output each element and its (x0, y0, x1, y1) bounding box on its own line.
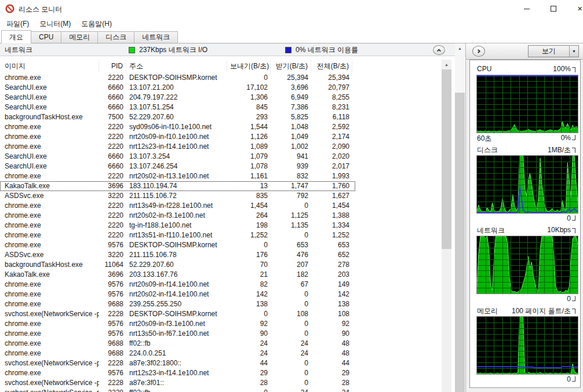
table-row[interactable]: ASDSvc.exe3220211.115.106.78176476652 (0, 250, 355, 260)
table-row[interactable]: chrome.exe2220nrt12s23-in-f14.1e100.net1… (0, 142, 355, 152)
cell-receive: 0 (271, 368, 311, 378)
cell-address: nrt13s49-in-f228.1e100.net (126, 201, 227, 211)
table-scrollbar[interactable]: ▲ (442, 60, 451, 392)
table-row[interactable]: SearchUI.exe6660204.79.197.2221,3066,949… (0, 93, 355, 102)
network-table: chrome.exe2220DESKTOP-SOIHSMP.kornet025,… (0, 73, 355, 392)
cell-receive: 1,135 (271, 221, 311, 230)
graphs-container: CPU100%60초0%디스크1MB/초0네트워크10Kbps0메모리100 페… (469, 60, 581, 388)
column-header-total[interactable]: 전체(B/초) (311, 60, 352, 73)
tab-4[interactable]: 네트워크 (134, 31, 178, 43)
cell-image: ASDSvc.exe (0, 250, 99, 260)
cell-address: a87e:3f01:: (126, 378, 227, 388)
menu-item-2[interactable]: 도움말(H) (76, 17, 117, 30)
graph-plot (476, 236, 578, 294)
table-row[interactable]: backgroundTaskHost.exe750052.229.207.602… (0, 112, 355, 122)
column-header-pid[interactable]: PID (99, 60, 126, 73)
table-row[interactable]: svchost.exe(NetworkService -p)2228a87e:3… (0, 378, 355, 388)
table-row[interactable]: SearchUI.exe666013.107.21.20017,1023,696… (0, 83, 355, 93)
cell-receive: 0 (271, 378, 311, 388)
table-row[interactable]: chrome.exe2220nrt13s49-in-f228.1e100.net… (0, 201, 355, 211)
cell-image: SearchUI.exe (0, 83, 99, 93)
view-split-button[interactable]: 보기 ▼ (528, 45, 579, 57)
table-row[interactable]: chrome.exe2220nrt20s02-in-f13.1e100.net1… (0, 171, 355, 181)
cell-total: 1,334 (311, 221, 352, 230)
table-row[interactable]: KakaoTalk.exe3696203.133.167.7621182203 (0, 270, 355, 280)
table-row[interactable]: chrome.exe9688ff02::fb242448 (0, 339, 355, 349)
cell-image: SearchUI.exe (0, 102, 99, 112)
cell-pid: 11064 (99, 260, 126, 270)
table-row[interactable]: svchost.exe(NetworkService -p)2228ff02::… (0, 388, 355, 392)
tab-3[interactable]: 디스크 (97, 31, 134, 43)
column-header-receive[interactable]: 받기(B/초) (271, 60, 311, 73)
column-header-address[interactable]: 주소 (126, 60, 227, 73)
menu-item-0[interactable]: 파일(F) (1, 17, 34, 30)
pane-scrollbar[interactable]: ▲ (455, 43, 465, 392)
cell-total: 25,394 (311, 73, 352, 83)
cell-send: 138 (227, 299, 271, 309)
maximize-icon (551, 6, 556, 12)
cell-send: 28 (227, 378, 271, 388)
legend-network-utilization: 0% 네트워크 이용률 (285, 44, 358, 56)
expand-panel-button[interactable] (472, 46, 485, 57)
cell-receive: 0 (271, 230, 311, 240)
table-row[interactable]: chrome.exe9576nrt20s09-in-f14.1e100.net8… (0, 280, 355, 290)
scroll-up-icon[interactable]: ▲ (442, 60, 451, 69)
table-row[interactable]: KakaoTalk.exe3696183.110.194.74131,7471,… (0, 181, 355, 191)
tab-1[interactable]: CPU (31, 31, 61, 43)
table-scrollbar-thumb[interactable] (442, 69, 451, 249)
table-row[interactable]: svchost.exe(NetworkService -p)2228DESKTO… (0, 309, 355, 319)
table-row[interactable]: ASDSvc.exe3220211.115.106.728357921,627 (0, 191, 355, 201)
view-button-label[interactable]: 보기 (528, 45, 570, 57)
scroll-up-icon[interactable]: ▲ (455, 43, 465, 53)
table-row[interactable]: chrome.exe2220syd09s06-in-f10.1e100.net1… (0, 122, 355, 132)
table-row[interactable]: SearchUI.exe666013.107.51.2548457,3868,2… (0, 102, 355, 112)
cell-receive: 832 (271, 171, 311, 181)
table-row[interactable]: chrome.exe2220nrt20s09-in-f10.1e100.net1… (0, 132, 355, 142)
table-row[interactable]: chrome.exe2220tg-in-f188.1e100.net1981,1… (0, 221, 355, 230)
column-header-send[interactable]: 보내기(B/초) (227, 60, 271, 73)
cell-send: 0 (227, 73, 271, 83)
table-row[interactable]: SearchUI.exe666013.107.246.2541,0789392,… (0, 162, 355, 171)
minimize-button[interactable] (513, 0, 540, 17)
cell-receive: 1,049 (271, 132, 311, 142)
table-row[interactable]: SearchUI.exe666013.107.3.2541,0799412,02… (0, 152, 355, 162)
table-row[interactable]: chrome.exe9576nrt13s50-in-f67.1e100.net9… (0, 329, 355, 339)
cell-image: chrome.exe (0, 349, 99, 358)
view-dropdown-arrow[interactable]: ▼ (569, 45, 579, 57)
collapse-section-button[interactable] (433, 45, 445, 55)
graphs-panel: 보기 ▼ CPU100%60초0%디스크1MB/초0네트워크10Kbps0메모리… (465, 43, 583, 392)
cell-send: 176 (227, 250, 271, 260)
tab-0[interactable]: 개요 (1, 30, 31, 43)
cell-pid: 2220 (99, 122, 126, 132)
pane-scrollbar-thumb[interactable] (455, 93, 465, 392)
cell-image: chrome.exe (0, 368, 99, 378)
table-row[interactable]: chrome.exe9576nrt20s09-in-f3.1e100.net92… (0, 319, 355, 329)
graph-max-label: 100 페이지 폴트/초 (512, 306, 571, 316)
table-row[interactable]: chrome.exe9576nrt12s23-in-f14.1e100.net2… (0, 368, 355, 378)
cell-total: 2,592 (311, 122, 352, 132)
cell-total: 20,797 (311, 83, 352, 93)
cell-total: 90 (311, 329, 352, 339)
maximize-button[interactable] (540, 0, 566, 17)
cell-receive: 207 (271, 260, 311, 270)
cell-receive: 24 (271, 388, 311, 392)
tab-2[interactable]: 메모리 (61, 31, 98, 43)
cell-image: chrome.exe (0, 329, 99, 339)
table-row[interactable]: chrome.exe9688239.255.255.2501380138 (0, 299, 355, 309)
table-row[interactable]: chrome.exe2220nrt20s02-in-f3.1e100.net26… (0, 211, 355, 221)
table-row[interactable]: chrome.exe9576DESKTOP-SOIHSMP.kornet0653… (0, 240, 355, 250)
graph-min-label: 0 (567, 295, 571, 303)
table-row[interactable]: backgroundTaskHost.exe1106452.229.207.60… (0, 260, 355, 270)
cell-image: chrome.exe (0, 319, 99, 329)
cell-send: 264 (227, 211, 271, 221)
cell-image: chrome.exe (0, 221, 99, 230)
table-row[interactable]: svchost.exe(NetworkService -p)2228a87e:3… (0, 358, 355, 368)
cell-image: chrome.exe (0, 230, 99, 240)
close-button[interactable]: ✕ (567, 0, 583, 17)
table-row[interactable]: chrome.exe9688224.0.0.251242448 (0, 349, 355, 358)
column-header-image[interactable]: 이미지 (0, 60, 99, 73)
table-row[interactable]: chrome.exe9576nrt20s02-in-f14.1e100.net1… (0, 290, 355, 299)
table-row[interactable]: chrome.exe2220nrt13s51-in-f110.1e100.net… (0, 230, 355, 240)
table-row[interactable]: chrome.exe2220DESKTOP-SOIHSMP.kornet025,… (0, 73, 355, 83)
menu-item-1[interactable]: 모니터(M) (34, 17, 76, 30)
